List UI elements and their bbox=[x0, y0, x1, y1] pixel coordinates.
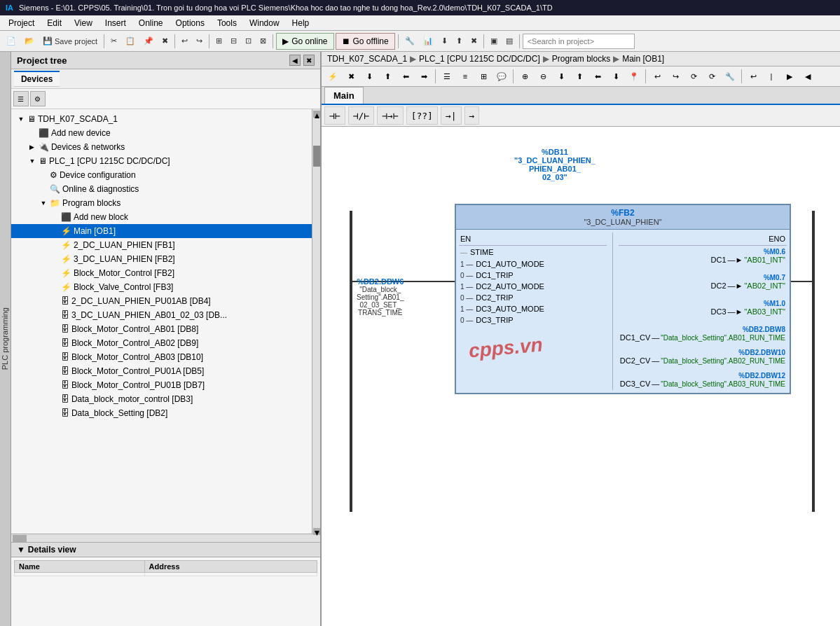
view-btn-1[interactable]: ▣ bbox=[487, 33, 501, 50]
tb-btn-4[interactable]: ⊠ bbox=[256, 33, 270, 50]
diag-btn[interactable]: 🔧 bbox=[401, 33, 418, 50]
ed-btn-4[interactable]: ⬆ bbox=[379, 68, 396, 85]
unk-btn[interactable]: [??] bbox=[406, 106, 438, 125]
pcontact-btn[interactable]: ⊣→⊢ bbox=[377, 106, 403, 125]
scroll-thumb[interactable] bbox=[313, 146, 320, 167]
tree-item-db7[interactable]: 🗄 Block_Motor_Control_PU01B [DB7] bbox=[11, 378, 312, 392]
monitor-btn[interactable]: 📊 bbox=[420, 33, 436, 50]
menu-online[interactable]: Online bbox=[133, 17, 169, 29]
paste-button[interactable]: 📌 bbox=[140, 33, 157, 50]
tree-item-db-ab01[interactable]: 🗄 3_DC_LUAN_PHIEN_AB01_02_03 [DB... bbox=[11, 308, 312, 322]
tree-item-db3[interactable]: 🗄 Data_block_motor_control [DB3] bbox=[11, 392, 312, 406]
ed-btn-19[interactable]: ↪ bbox=[667, 68, 684, 85]
redo-button[interactable]: ↪ bbox=[193, 33, 206, 50]
menu-options[interactable]: Options bbox=[170, 17, 210, 29]
ed-btn-22[interactable]: 🔧 bbox=[722, 68, 738, 85]
delete-button[interactable]: ✖ bbox=[158, 33, 172, 50]
tree-item-add-device[interactable]: ⬛ Add new device bbox=[11, 126, 312, 140]
ed-btn-26[interactable]: ◀ bbox=[799, 68, 816, 85]
plc-programming-tab[interactable]: PLC programming bbox=[0, 52, 11, 626]
search-input[interactable] bbox=[523, 34, 635, 49]
ed-btn-18[interactable]: ↩ bbox=[649, 68, 666, 85]
tree-item-db2[interactable]: 🗄 Data_block_Setting [DB2] bbox=[11, 406, 312, 420]
ed-btn-1[interactable]: ⚡ bbox=[324, 68, 341, 85]
menu-window[interactable]: Window bbox=[244, 17, 285, 29]
devices-networks-expand[interactable]: ▶ bbox=[28, 143, 36, 151]
tree-item-main-ob1[interactable]: ⚡ Main [OB1] bbox=[11, 224, 312, 238]
ed-btn-12[interactable]: ⊖ bbox=[535, 68, 551, 85]
h-scroll-thumb[interactable] bbox=[13, 535, 27, 542]
menu-insert[interactable]: Insert bbox=[99, 17, 132, 29]
root-expand-icon[interactable]: ▼ bbox=[17, 115, 25, 123]
ed-btn-15[interactable]: ⬅ bbox=[589, 68, 606, 85]
tb-btn-2[interactable]: ⊟ bbox=[227, 33, 240, 50]
ed-btn-7[interactable]: ☰ bbox=[439, 68, 455, 85]
menu-edit[interactable]: Edit bbox=[41, 17, 67, 29]
ed-btn-14[interactable]: ⬆ bbox=[571, 68, 588, 85]
tree-item-add-block[interactable]: ⬛ Add new block bbox=[11, 210, 312, 224]
tree-item-device-config[interactable]: ⚙ Device configuration bbox=[11, 168, 312, 182]
tree-item-block-valve[interactable]: ⚡ Block_Valve_Control [FB3] bbox=[11, 280, 312, 294]
open-button[interactable]: 📂 bbox=[21, 33, 38, 50]
ed-btn-20[interactable]: ⟳ bbox=[685, 68, 702, 85]
tree-item-online-diag[interactable]: 🔍 Online & diagnostics bbox=[11, 182, 312, 196]
ed-btn-2[interactable]: ✖ bbox=[343, 68, 359, 85]
tb-btn-1[interactable]: ⊞ bbox=[212, 33, 226, 50]
go-online-button[interactable]: ▶ Go online bbox=[276, 33, 333, 50]
menu-view[interactable]: View bbox=[69, 17, 98, 29]
save-button[interactable]: 💾 Save project bbox=[39, 33, 101, 50]
panel-close-button[interactable]: ✖ bbox=[303, 55, 315, 66]
ed-btn-16[interactable]: ⬇ bbox=[607, 68, 624, 85]
menu-help[interactable]: Help bbox=[287, 17, 315, 29]
tree-item-db9[interactable]: 🗄 Block_Motor_Control_AB02 [DB9] bbox=[11, 336, 312, 350]
ed-btn-5[interactable]: ⬅ bbox=[397, 68, 414, 85]
devices-tab[interactable]: Devices bbox=[14, 71, 60, 87]
tree-item-plc1[interactable]: ▼ 🖥 PLC_1 [CPU 1215C DC/DC/DC] bbox=[11, 154, 312, 168]
menu-project[interactable]: Project bbox=[3, 17, 40, 29]
scroll-down-btn[interactable]: ▼ bbox=[313, 528, 320, 534]
contact-btn[interactable]: ⊣⊢ bbox=[324, 106, 345, 125]
tree-item-devices-networks[interactable]: ▶ 🔌 Devices & networks bbox=[11, 140, 312, 154]
upload-btn[interactable]: ⬆ bbox=[453, 33, 466, 50]
details-view-header[interactable]: ▼ Details view bbox=[11, 543, 320, 557]
ed-btn-8[interactable]: ≡ bbox=[457, 68, 474, 85]
new-button[interactable]: 📄 bbox=[3, 33, 20, 50]
tree-scrollbar[interactable]: ▲ ▼ bbox=[312, 109, 320, 534]
ed-btn-10[interactable]: 💬 bbox=[493, 68, 510, 85]
stop-btn[interactable]: ✖ bbox=[467, 33, 481, 50]
tree-collapse-all-button[interactable]: ☰ bbox=[13, 91, 29, 106]
tree-item-block-motor[interactable]: ⚡ Block_Motor_Control [FB2] bbox=[11, 266, 312, 280]
go-offline-button[interactable]: ⏹ Go offline bbox=[336, 33, 395, 50]
coil-btn[interactable]: →| bbox=[441, 106, 462, 125]
ed-btn-24[interactable]: | bbox=[763, 68, 780, 85]
cut-button[interactable]: ✂ bbox=[107, 33, 121, 50]
download-btn[interactable]: ⬇ bbox=[438, 33, 451, 50]
menu-tools[interactable]: Tools bbox=[212, 17, 242, 29]
ncontact-btn[interactable]: ⊣/⊢ bbox=[348, 106, 374, 125]
ed-btn-9[interactable]: ⊞ bbox=[475, 68, 492, 85]
ed-btn-3[interactable]: ⬇ bbox=[361, 68, 378, 85]
view-btn-2[interactable]: ▤ bbox=[502, 33, 516, 50]
tree-item-fb2[interactable]: ⚡ 3_DC_LUAN_PHIEN [FB2] bbox=[11, 252, 312, 266]
tree-root[interactable]: ▼ 🖥 TDH_K07_SCADA_1 bbox=[11, 112, 312, 126]
tree-settings-button[interactable]: ⚙ bbox=[30, 91, 46, 106]
tab-main[interactable]: Main bbox=[324, 87, 364, 104]
ed-btn-13[interactable]: ⬇ bbox=[553, 68, 570, 85]
copy-button[interactable]: 📋 bbox=[122, 33, 139, 50]
ed-btn-21[interactable]: ⟳ bbox=[703, 68, 720, 85]
tree-h-scrollbar[interactable] bbox=[11, 534, 320, 542]
tree-item-program-blocks[interactable]: ▼ 📁 Program blocks bbox=[11, 196, 312, 210]
tree-item-db5[interactable]: 🗄 Block_Motor_Control_PU01A [DB5] bbox=[11, 364, 312, 378]
plc1-expand[interactable]: ▼ bbox=[28, 157, 36, 165]
panel-minimize-button[interactable]: ◀ bbox=[289, 55, 301, 66]
tree-item-db8[interactable]: 🗄 Block_Motor_Control_AB01 [DB8] bbox=[11, 322, 312, 336]
ed-btn-6[interactable]: ➡ bbox=[415, 68, 432, 85]
box-btn[interactable]: → bbox=[464, 106, 480, 125]
ed-btn-25[interactable]: ▶ bbox=[781, 68, 798, 85]
tree-item-fb1[interactable]: ⚡ 2_DC_LUAN_PHIEN [FB1] bbox=[11, 238, 312, 252]
tb-btn-3[interactable]: ⊡ bbox=[242, 33, 255, 50]
prog-blocks-expand[interactable]: ▼ bbox=[39, 199, 48, 207]
ed-btn-17[interactable]: 📍 bbox=[626, 68, 642, 85]
undo-button[interactable]: ↩ bbox=[178, 33, 191, 50]
tree-item-db10[interactable]: 🗄 Block_Motor_Control_AB03 [DB10] bbox=[11, 350, 312, 364]
